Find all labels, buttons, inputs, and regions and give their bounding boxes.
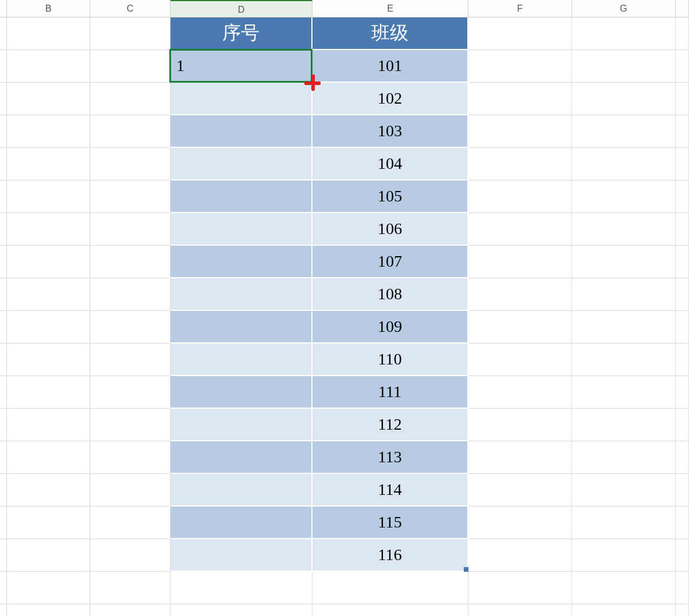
cell-blank[interactable]	[0, 148, 7, 180]
cell-seq[interactable]	[171, 180, 312, 213]
cell-blank[interactable]	[171, 604, 312, 616]
cell-blank[interactable]	[0, 409, 7, 441]
cell-blank[interactable]	[7, 83, 90, 115]
col-header-e[interactable]: E	[312, 0, 468, 17]
cell-blank[interactable]	[468, 246, 572, 278]
cell-blank[interactable]	[90, 344, 171, 376]
cell-blank[interactable]	[7, 441, 90, 474]
cell-class[interactable]: 103	[312, 115, 468, 148]
cell-class[interactable]: 101	[312, 50, 468, 83]
cell-blank[interactable]	[7, 604, 90, 616]
cell-blank[interactable]	[572, 246, 676, 278]
cell-blank[interactable]	[0, 507, 7, 539]
cell-blank[interactable]	[572, 278, 676, 311]
cell-blank[interactable]	[468, 474, 572, 507]
col-header-c[interactable]: C	[90, 0, 171, 17]
cell-blank[interactable]	[90, 115, 171, 148]
col-header-g[interactable]: G	[572, 0, 676, 17]
cell-blank[interactable]	[0, 50, 7, 83]
cell-blank[interactable]	[90, 376, 171, 409]
cell-blank[interactable]	[0, 572, 7, 604]
cell-blank[interactable]	[468, 278, 572, 311]
cell-blank[interactable]	[0, 213, 7, 246]
cell-blank[interactable]	[90, 148, 171, 180]
cell-blank[interactable]	[468, 409, 572, 441]
cell-blank[interactable]	[7, 213, 90, 246]
cell-blank[interactable]	[676, 572, 689, 604]
cell-blank[interactable]	[0, 83, 7, 115]
cell-blank[interactable]	[7, 572, 90, 604]
cell-seq[interactable]	[171, 311, 312, 344]
cell-blank[interactable]	[572, 17, 676, 50]
cell-blank[interactable]	[7, 180, 90, 213]
cell-blank[interactable]	[468, 344, 572, 376]
cell-class[interactable]: 116	[312, 539, 468, 572]
table-header-seq[interactable]: 序号	[171, 17, 312, 50]
cell-blank[interactable]	[90, 409, 171, 441]
cell-blank[interactable]	[7, 50, 90, 83]
cell-class[interactable]: 105	[312, 180, 468, 213]
col-header-b[interactable]: B	[7, 0, 90, 17]
cell-blank[interactable]	[572, 180, 676, 213]
cell-blank[interactable]	[676, 278, 689, 311]
cell-blank[interactable]	[468, 441, 572, 474]
cell-blank[interactable]	[90, 604, 171, 616]
cell-class[interactable]: 110	[312, 344, 468, 376]
cell-blank[interactable]	[676, 83, 689, 115]
table-header-class[interactable]: 班级	[312, 17, 468, 50]
cell-blank[interactable]	[468, 180, 572, 213]
cell-blank[interactable]	[0, 604, 7, 616]
cell-blank[interactable]	[676, 50, 689, 83]
cell-blank[interactable]	[7, 507, 90, 539]
cell-blank[interactable]	[676, 409, 689, 441]
cell-blank[interactable]	[572, 311, 676, 344]
cell-blank[interactable]	[312, 604, 468, 616]
cell-blank[interactable]	[7, 311, 90, 344]
cell-blank[interactable]	[676, 180, 689, 213]
cell-blank[interactable]	[0, 278, 7, 311]
cell-seq[interactable]	[171, 148, 312, 180]
cell-blank[interactable]	[572, 409, 676, 441]
cell-blank[interactable]	[0, 441, 7, 474]
cell-blank[interactable]	[0, 376, 7, 409]
cell-blank[interactable]	[468, 115, 572, 148]
cell-blank[interactable]	[7, 474, 90, 507]
cell-seq[interactable]	[171, 246, 312, 278]
cell-seq[interactable]	[171, 507, 312, 539]
cell-blank[interactable]	[468, 17, 572, 50]
cell-blank[interactable]	[468, 539, 572, 572]
cell-blank[interactable]	[0, 17, 7, 50]
cell-blank[interactable]	[90, 213, 171, 246]
col-header-f[interactable]: F	[468, 0, 572, 17]
cell-blank[interactable]	[676, 115, 689, 148]
cell-class[interactable]: 108	[312, 278, 468, 311]
cell-blank[interactable]	[468, 148, 572, 180]
cell-blank[interactable]	[572, 115, 676, 148]
cell-blank[interactable]	[572, 148, 676, 180]
cell-blank[interactable]	[468, 213, 572, 246]
cell-blank[interactable]	[90, 441, 171, 474]
cell-blank[interactable]	[7, 148, 90, 180]
cell-blank[interactable]	[676, 148, 689, 180]
cell-seq[interactable]	[171, 474, 312, 507]
cell-blank[interactable]	[676, 539, 689, 572]
cell-blank[interactable]	[572, 604, 676, 616]
cell-blank[interactable]	[468, 311, 572, 344]
cell-blank[interactable]	[90, 311, 171, 344]
cell-blank[interactable]	[90, 17, 171, 50]
cell-blank[interactable]	[676, 344, 689, 376]
cell-class[interactable]: 102	[312, 83, 468, 115]
cell-class[interactable]: 112	[312, 409, 468, 441]
cell-blank[interactable]	[572, 539, 676, 572]
cell-blank[interactable]	[572, 572, 676, 604]
cell-blank[interactable]	[676, 311, 689, 344]
cell-blank[interactable]	[90, 539, 171, 572]
cell-blank[interactable]	[7, 278, 90, 311]
cell-blank[interactable]	[7, 246, 90, 278]
cell-class[interactable]: 107	[312, 246, 468, 278]
cell-class[interactable]: 106	[312, 213, 468, 246]
cell-blank[interactable]	[90, 180, 171, 213]
cell-class[interactable]: 111	[312, 376, 468, 409]
cell-seq[interactable]	[171, 539, 312, 572]
cell-seq[interactable]	[171, 409, 312, 441]
